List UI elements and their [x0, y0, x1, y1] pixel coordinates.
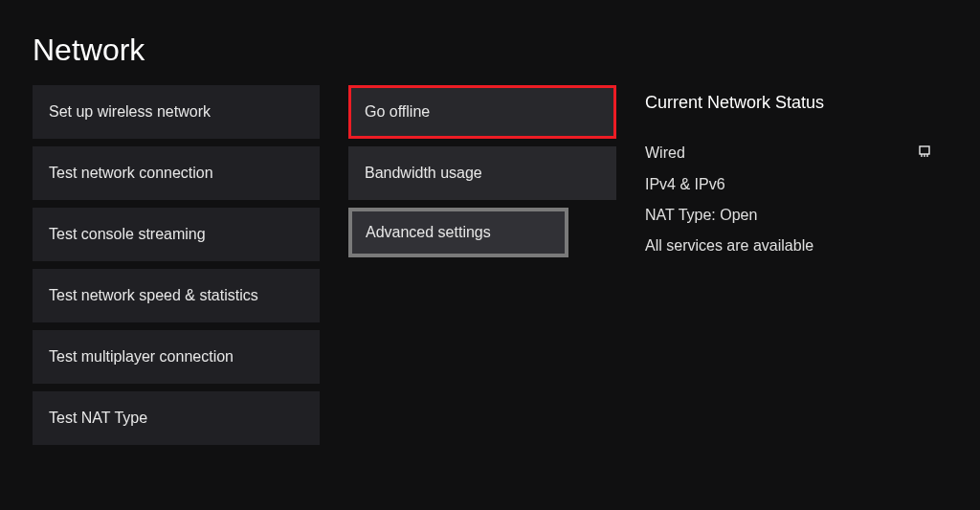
set-up-wireless-network-button[interactable]: Set up wireless network	[33, 85, 320, 139]
test-console-streaming-button[interactable]: Test console streaming	[33, 208, 320, 261]
status-panel: Current Network Status Wired IPv4 & IPv6…	[645, 85, 932, 453]
test-network-speed-button[interactable]: Test network speed & statistics	[33, 269, 320, 322]
services-label: All services are available	[645, 237, 813, 255]
svg-rect-0	[920, 146, 929, 154]
ip-version-label: IPv4 & IPv6	[645, 176, 725, 193]
advanced-settings-button[interactable]: Advanced settings	[348, 208, 568, 257]
nat-type-label: NAT Type: Open	[645, 207, 757, 224]
go-offline-button[interactable]: Go offline	[348, 85, 616, 139]
test-network-connection-button[interactable]: Test network connection	[33, 146, 320, 200]
bandwidth-usage-button[interactable]: Bandwidth usage	[348, 146, 616, 200]
left-menu-column: Set up wireless network Test network con…	[33, 85, 320, 453]
middle-menu-column: Go offline Bandwidth usage Advanced sett…	[348, 85, 616, 453]
test-nat-type-button[interactable]: Test NAT Type	[33, 391, 320, 445]
connection-type-label: Wired	[645, 144, 685, 162]
page-title: Network	[0, 0, 980, 85]
ethernet-icon	[917, 144, 932, 163]
test-multiplayer-connection-button[interactable]: Test multiplayer connection	[33, 330, 320, 384]
status-title: Current Network Status	[645, 93, 932, 113]
